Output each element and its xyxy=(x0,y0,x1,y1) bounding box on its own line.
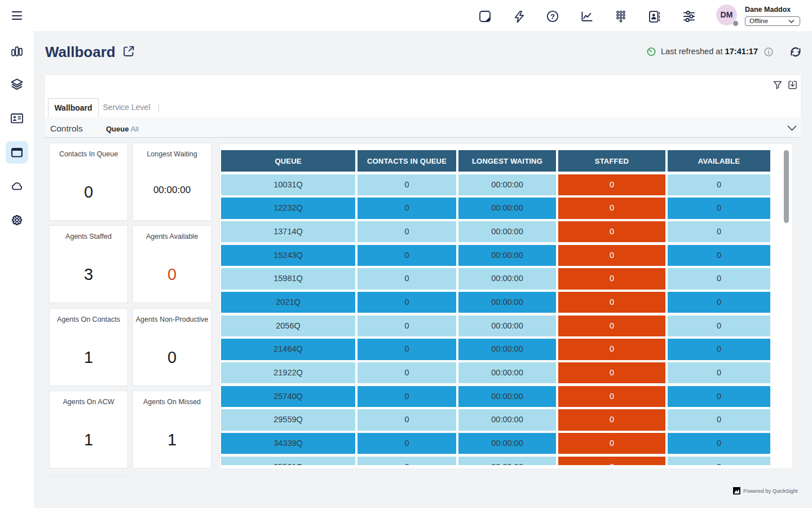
svg-text:?: ? xyxy=(550,12,555,21)
